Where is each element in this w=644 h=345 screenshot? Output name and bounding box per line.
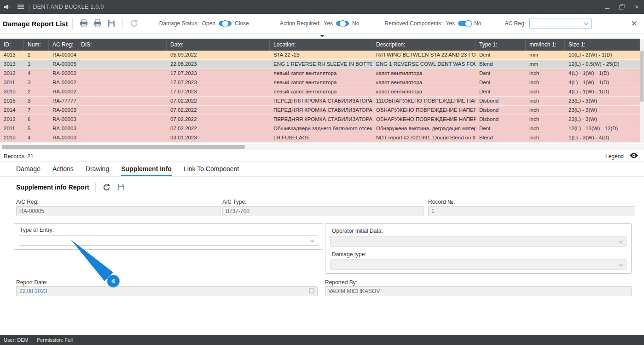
table-cell: Dent [476, 69, 526, 78]
reported-by-field[interactable]: VADIM MICHKASOV [325, 286, 632, 296]
damage-type-select[interactable] [330, 259, 627, 270]
table-cell: Dent [476, 51, 526, 59]
tab-drawing[interactable]: Drawing [86, 165, 109, 176]
table-cell: ENG 1 REVERSE COWL DENT WAS FOUND [372, 60, 476, 69]
damage-status-label: Damage Status: [159, 20, 199, 27]
table-cell: inch [526, 78, 565, 87]
restore-button[interactable] [615, 0, 629, 14]
horizontal-scrollbar-thumb[interactable] [2, 145, 245, 149]
table-cell: 07.02.2022 [167, 106, 270, 115]
tab-supplement-info[interactable]: Supplement Info [121, 165, 172, 176]
table-cell: Disbond [476, 115, 526, 124]
table-cell: inch [526, 124, 565, 133]
column-header[interactable]: Size 1: [565, 39, 640, 51]
tab-actions[interactable]: Actions [52, 165, 74, 176]
table-cell: Blend [476, 133, 526, 142]
column-header[interactable]: ID: [0, 39, 24, 51]
vertical-scrollbar[interactable] [640, 39, 644, 143]
menu-icon[interactable] [14, 0, 28, 14]
refresh-icon[interactable] [128, 18, 139, 29]
table-cell: левый капот вентилятора [270, 78, 372, 87]
horizontal-scrollbar[interactable] [0, 144, 644, 150]
save-icon[interactable] [106, 18, 117, 29]
table-row[interactable]: 30131RA-0000522.08.2023ENG 1 REVERSE RH … [0, 60, 640, 69]
table-cell: RA-00002 [49, 78, 77, 87]
ac-reg-filter-label: AC Reg: [505, 20, 525, 27]
table-cell [77, 124, 167, 133]
removed-components-toggle[interactable] [458, 21, 471, 26]
record-no-field[interactable]: 1 [428, 206, 635, 216]
table-row[interactable]: 30124RA-0000217.07.2023левый капот венти… [0, 69, 640, 78]
table-row[interactable]: 30102RA-0000217.07.2023левый капот венти… [0, 87, 640, 97]
reported-by-label: Reported By: [325, 279, 357, 286]
ac-reg-field[interactable]: RA-00005 [16, 206, 221, 216]
tab-damage[interactable]: Damage [16, 165, 41, 176]
table-row[interactable]: 30113RA-0000217.07.2023левый капот венти… [0, 78, 640, 87]
table-cell: 17.07.2023 [167, 78, 270, 87]
table-cell: 2 [24, 87, 49, 96]
page-title: Damage Report List [3, 20, 68, 28]
save-icon[interactable] [116, 182, 126, 192]
table-cell: Обнаружена вмятина, деградация материала… [372, 124, 476, 133]
table-cell: 6 [24, 115, 49, 124]
operator-initial-data-select[interactable] [330, 236, 627, 247]
table-row[interactable]: 20147RA-0000307.02.2022ПЕРЕДНЯЯ КРОМКА С… [0, 106, 640, 115]
table-row[interactable]: 20126RA-0000307.02.2022ПЕРЕДНЯЯ КРОМКА С… [0, 115, 640, 124]
print-preview-icon[interactable] [92, 18, 103, 29]
column-header[interactable]: Description: [372, 39, 476, 51]
column-header[interactable]: Date: [167, 39, 270, 51]
table-cell: 7 [24, 106, 49, 115]
close-button[interactable]: × [629, 0, 644, 14]
calendar-icon[interactable] [309, 288, 314, 295]
type-of-entry-label: Type of Entry: [20, 227, 54, 233]
legend-group: Legend [605, 152, 638, 161]
toggle-knob[interactable] [465, 20, 472, 27]
damage-status-open-label: Open [202, 20, 215, 27]
column-header[interactable]: DIS: [77, 39, 167, 51]
table-body: 40132RA-0000405.09.2022STA 22 -23R/H WIN… [0, 51, 640, 143]
ac-type-field[interactable]: B737-700 [222, 206, 424, 216]
table-cell: RA-00003 [49, 133, 77, 142]
tab-link-to-component[interactable]: Link To Component [184, 165, 239, 176]
table-row[interactable]: 20115RA-0000307.02.2022Обшивкадвери задн… [0, 124, 640, 133]
chevron-down-icon [584, 21, 588, 25]
announcement-icon [0, 0, 14, 14]
damage-status-toggle[interactable] [219, 21, 232, 26]
column-header[interactable]: mm/inch 1: [526, 39, 565, 51]
table-cell: 4(L) - 1(W) - 1(D) [565, 78, 640, 87]
table-cell: 05.09.2022 [167, 51, 270, 59]
legend-eye-icon[interactable] [629, 152, 638, 161]
table-cell: 4 [24, 133, 49, 142]
vertical-scrollbar-thumb[interactable] [640, 51, 644, 102]
column-header[interactable]: AC Reg: [49, 39, 77, 51]
refresh-icon[interactable] [102, 182, 112, 192]
removed-components-filter: Removed Components: Yes No [384, 20, 484, 27]
table-cell: 17.07.2023 [167, 69, 270, 78]
close-panel-icon[interactable]: ✕ [631, 20, 638, 28]
action-required-label: Action Required: [280, 20, 321, 27]
type-of-entry-select[interactable] [19, 235, 318, 246]
column-header[interactable]: Location: [270, 39, 372, 51]
window-controls: × [600, 0, 644, 14]
table-cell: mm [526, 51, 565, 59]
tabs: DamageActionsDrawingSupplement InfoLink … [0, 162, 644, 177]
table-cell: RA-77777 [49, 97, 77, 105]
table-cell: 07.02.2022 [167, 97, 270, 105]
table-cell: ПЕРЕДНЯЯ КРОМКА СТАБИЛИЗАТОРА МЕЖДУ... [270, 115, 372, 124]
collapse-grid-handle[interactable] [0, 33, 644, 39]
column-header[interactable]: Type 1: [476, 39, 526, 51]
table-row[interactable]: 20153RA-7777707.02.2022ПЕРЕДНЯЯ КРОМКА С… [0, 97, 640, 106]
table-row[interactable]: 20104RA-0000303.01.2023LH FUSELAGENDT re… [0, 133, 640, 143]
minimize-button[interactable] [600, 0, 615, 14]
table-cell: 23(L) - 3(W) [565, 115, 640, 124]
print-icon[interactable] [78, 18, 89, 29]
report-date-field[interactable]: 22.08.2023 [16, 286, 318, 296]
toggle-knob[interactable] [339, 20, 346, 27]
ac-reg-select[interactable] [529, 18, 592, 29]
table-row[interactable]: 40132RA-0000405.09.2022STA 22 -23R/H WIN… [0, 51, 640, 60]
table-cell: inch [526, 133, 565, 142]
column-header[interactable]: Num: [24, 39, 49, 51]
table-cell: ENG 1 REVERSE RH SLEEVE IN BOTTOM PLACE.… [270, 60, 372, 69]
action-required-toggle[interactable] [336, 21, 349, 26]
toggle-knob[interactable] [222, 20, 229, 27]
